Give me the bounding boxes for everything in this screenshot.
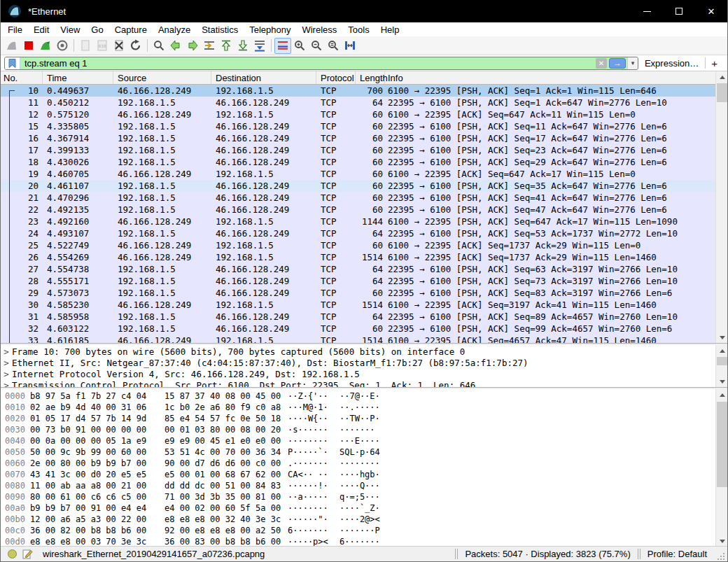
- scrollbar-thumb[interactable]: [717, 83, 727, 102]
- column-header-source[interactable]: Source: [113, 71, 211, 84]
- resize-columns-icon[interactable]: [342, 38, 358, 54]
- filter-dropdown-button[interactable]: ▾: [627, 57, 638, 69]
- menu-capture[interactable]: Capture: [109, 23, 153, 36]
- packet-row-23[interactable]: 234.49216046.166.128.249192.168.1.5TCP11…: [1, 216, 717, 227]
- hex-row-0000[interactable]: 0000b8 97 5a f1 7b 27 c4 0415 87 37 40 0…: [1, 391, 717, 402]
- go-back-icon[interactable]: [167, 38, 184, 54]
- packet-row-12[interactable]: 120.57512046.166.128.249192.168.1.5TCP60…: [1, 108, 717, 120]
- packet-row-28[interactable]: 284.555171192.168.1.546.166.128.249TCP64…: [1, 275, 717, 287]
- packet-row-29[interactable]: 294.573073192.168.1.546.166.128.249TCP60…: [1, 287, 717, 299]
- hex-row-00c0[interactable]: 00c036 00 82 00 b8 b8 b6 0092 00 e8 e8 e…: [1, 525, 717, 536]
- scroll-up-icon[interactable]: [716, 345, 728, 356]
- packet-row-31[interactable]: 314.585958192.168.1.546.166.128.249TCP64…: [1, 311, 717, 323]
- menu-go[interactable]: Go: [85, 23, 108, 36]
- open-file-icon[interactable]: [77, 38, 94, 54]
- menu-telephony[interactable]: Telephony: [244, 23, 296, 36]
- packet-row-27[interactable]: 274.554738192.168.1.546.166.128.249TCP64…: [1, 263, 717, 275]
- detail-row-0[interactable]: >Frame 10: 700 bytes on wire (5600 bits)…: [1, 346, 717, 358]
- hex-row-0050[interactable]: 005050 00 9c 9b 99 00 60 0053 51 4c 00 7…: [1, 447, 717, 458]
- bytes-scrollbar[interactable]: [715, 389, 727, 547]
- column-header-destination[interactable]: Destination: [211, 71, 316, 84]
- packet-row-30[interactable]: 304.58523046.166.128.249192.168.1.5TCP15…: [1, 299, 717, 311]
- hex-row-00b0[interactable]: 00b012 00 a6 a5 a3 00 22 00e8 e8 e8 00 3…: [1, 514, 717, 525]
- scroll-down-icon[interactable]: [716, 535, 728, 547]
- expert-info-icon[interactable]: [8, 549, 17, 559]
- go-first-packet-icon[interactable]: [218, 38, 234, 54]
- save-file-icon[interactable]: 010: [94, 38, 111, 54]
- packet-row-21[interactable]: 214.470296192.168.1.546.166.128.249TCP60…: [1, 192, 717, 204]
- hex-row-0090[interactable]: 009080 00 61 00 c6 c6 c5 0071 00 3d 3b 3…: [1, 491, 717, 503]
- column-header-no[interactable]: No.: [1, 71, 43, 84]
- start-capture-icon[interactable]: [4, 38, 20, 54]
- expand-chevron-icon[interactable]: >: [1, 358, 12, 369]
- packet-row-15[interactable]: 154.335805192.168.1.546.166.128.249TCP60…: [1, 120, 717, 132]
- hex-row-0030[interactable]: 003000 73 b0 91 00 00 00 0000 01 03 80 0…: [1, 424, 717, 435]
- close-button[interactable]: ✕: [695, 0, 727, 22]
- scroll-up-icon[interactable]: [716, 389, 728, 400]
- capture-options-icon[interactable]: [54, 38, 71, 54]
- close-file-icon[interactable]: [111, 38, 127, 54]
- zoom-out-icon[interactable]: [308, 38, 325, 54]
- menu-analyze[interactable]: Analyze: [153, 23, 196, 36]
- packet-row-33[interactable]: 334.61618546.166.128.249192.168.1.5TCP15…: [1, 335, 717, 343]
- packet-row-24[interactable]: 244.493107192.168.1.546.166.128.249TCP64…: [1, 227, 717, 239]
- capture-comment-icon[interactable]: [22, 549, 33, 559]
- packet-list-scrollbar[interactable]: [715, 71, 727, 343]
- menu-view[interactable]: View: [55, 23, 85, 36]
- packet-row-26[interactable]: 264.55426946.166.128.249192.168.1.5TCP15…: [1, 251, 717, 263]
- menu-tools[interactable]: Tools: [342, 23, 374, 36]
- expand-chevron-icon[interactable]: >: [1, 380, 12, 387]
- menu-help[interactable]: Help: [375, 23, 405, 36]
- packet-row-32[interactable]: 324.603122192.168.1.546.166.128.249TCP60…: [1, 323, 717, 335]
- zoom-reset-icon[interactable]: [325, 38, 342, 54]
- colorize-packets-icon[interactable]: [274, 38, 291, 54]
- go-forward-icon[interactable]: [184, 38, 201, 54]
- detail-row-3[interactable]: >Transmission Control Protocol, Src Port…: [1, 380, 717, 387]
- packet-row-20[interactable]: 204.461107192.168.1.546.166.128.249TCP60…: [1, 180, 717, 192]
- menu-statistics[interactable]: Statistics: [196, 23, 244, 36]
- hex-row-0060[interactable]: 00602e 00 80 00 b9 b9 b7 0090 00 d7 d6 d…: [1, 458, 717, 469]
- hex-row-0080[interactable]: 008011 00 ab aa a8 00 21 00dd dd dc 00 5…: [1, 480, 717, 491]
- packet-row-22[interactable]: 224.492135192.168.1.546.166.128.249TCP60…: [1, 204, 717, 216]
- scroll-up-icon[interactable]: [716, 71, 728, 83]
- packet-row-25[interactable]: 254.52274946.166.128.249192.168.1.5TCP60…: [1, 239, 717, 251]
- stop-capture-icon[interactable]: [20, 38, 37, 54]
- hex-row-0020[interactable]: 002001 05 17 d4 57 7b 14 9d85 e4 54 57 f…: [1, 413, 717, 424]
- auto-scroll-icon[interactable]: [251, 38, 268, 54]
- column-header-info[interactable]: Info: [385, 71, 717, 84]
- scroll-down-icon[interactable]: [716, 376, 728, 387]
- column-header-protocol[interactable]: Protocol: [316, 71, 356, 84]
- hex-row-0070[interactable]: 007043 41 3c 00 d0 20 e5 e5e5 00 01 00 6…: [1, 469, 717, 480]
- column-header-length[interactable]: Length: [356, 71, 385, 84]
- zoom-in-icon[interactable]: [291, 38, 308, 54]
- hex-row-0040[interactable]: 004000 0a 00 00 00 05 1a e9e9 e9 00 45 e…: [1, 435, 717, 447]
- packet-row-10[interactable]: 100.44963746.166.128.249192.168.1.5TCP70…: [1, 85, 717, 97]
- filter-apply-button[interactable]: →: [609, 58, 626, 69]
- find-packet-icon[interactable]: [150, 38, 167, 54]
- menu-file[interactable]: File: [2, 23, 28, 36]
- details-scrollbar[interactable]: [715, 345, 727, 387]
- packet-row-11[interactable]: 110.450212192.168.1.546.166.128.249TCP64…: [1, 97, 717, 108]
- expand-chevron-icon[interactable]: >: [1, 346, 12, 358]
- filter-add-button[interactable]: +: [706, 57, 724, 69]
- go-last-packet-icon[interactable]: [234, 38, 251, 54]
- hex-row-00a0[interactable]: 00a0b9 b9 b7 00 91 00 e4 e4e4 00 02 00 6…: [1, 503, 717, 514]
- profile-label[interactable]: Profile: Default: [648, 549, 707, 559]
- scroll-down-icon[interactable]: [716, 332, 728, 343]
- resize-grip[interactable]: [717, 552, 726, 561]
- filter-bookmark-button[interactable]: [5, 57, 20, 69]
- scrollbar-thumb[interactable]: [717, 357, 727, 365]
- detail-row-1[interactable]: >Ethernet II, Src: Netgear_87:37:40 (c4:…: [1, 358, 717, 369]
- expression-button[interactable]: Expression…: [638, 58, 705, 69]
- display-filter-input[interactable]: [20, 57, 596, 69]
- packet-row-19[interactable]: 194.46070546.166.128.249192.168.1.5TCP60…: [1, 168, 717, 180]
- detail-row-2[interactable]: >Internet Protocol Version 4, Src: 46.16…: [1, 369, 717, 380]
- hex-row-0010[interactable]: 001002 ae b9 4d 40 00 31 061c b0 2e a6 8…: [1, 402, 717, 413]
- packet-row-18[interactable]: 184.430026192.168.1.546.166.128.249TCP60…: [1, 156, 717, 168]
- scrollbar-thumb[interactable]: [717, 402, 727, 487]
- restart-capture-icon[interactable]: [37, 38, 54, 54]
- menu-wireless[interactable]: Wireless: [296, 23, 342, 36]
- go-to-packet-icon[interactable]: [201, 38, 218, 54]
- expand-chevron-icon[interactable]: >: [1, 369, 12, 380]
- filter-clear-button[interactable]: ✕: [596, 58, 607, 69]
